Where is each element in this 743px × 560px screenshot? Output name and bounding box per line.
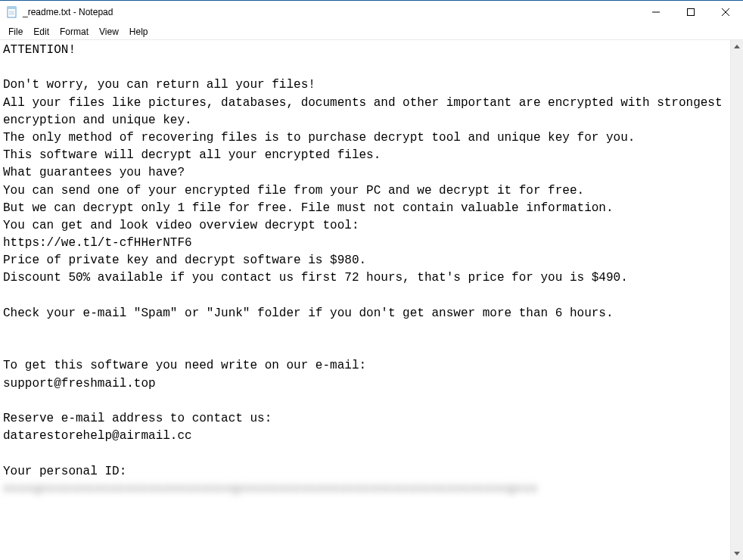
vertical-scrollbar[interactable] bbox=[730, 40, 743, 560]
scroll-up-arrow[interactable] bbox=[731, 40, 743, 53]
text-line: https://we.tl/t-cfHHerNTF6 bbox=[3, 236, 192, 250]
menu-format[interactable]: Format bbox=[54, 25, 94, 39]
scroll-down-arrow[interactable] bbox=[731, 547, 743, 560]
menu-edit[interactable]: Edit bbox=[28, 25, 54, 39]
text-line: ATTENTION! bbox=[3, 43, 76, 57]
close-button[interactable] bbox=[708, 1, 743, 23]
text-line: You can get and look video overview decr… bbox=[3, 219, 359, 232]
titlebar: _readme.txt - Notepad bbox=[0, 1, 743, 23]
text-line: Your personal ID: bbox=[3, 465, 126, 478]
text-line: Reserve e-mail address to contact us: bbox=[3, 412, 272, 425]
window-controls bbox=[639, 1, 743, 23]
svg-rect-1 bbox=[8, 7, 16, 9]
text-line: This software will decrypt all your encr… bbox=[3, 148, 381, 162]
maximize-button[interactable] bbox=[673, 1, 708, 23]
text-line: You can send one of your encrypted file … bbox=[3, 184, 584, 198]
text-line: Price of private key and decrypt softwar… bbox=[3, 254, 366, 267]
text-line: The only method of recovering files is t… bbox=[3, 131, 635, 145]
menu-view[interactable]: View bbox=[94, 25, 124, 39]
text-line: To get this software you need write on o… bbox=[3, 359, 366, 372]
text-line: But we can decrypt only 1 file for free.… bbox=[3, 201, 614, 215]
menu-help[interactable]: Help bbox=[124, 25, 154, 39]
window-title: _readme.txt - Notepad bbox=[23, 7, 113, 17]
content-wrapper: ATTENTION! Don't worry, you can return a… bbox=[0, 40, 743, 560]
text-line: support@freshmail.top bbox=[3, 377, 156, 390]
personal-id-blurred: xxxxgxxxxxxxxxxxxxxxxxxxxxxxxxgxxxxxxxxx… bbox=[3, 481, 538, 498]
scroll-track[interactable] bbox=[731, 53, 743, 547]
menubar: File Edit Format View Help bbox=[0, 23, 743, 40]
minimize-button[interactable] bbox=[639, 1, 673, 23]
svg-rect-6 bbox=[688, 9, 695, 16]
text-line: Check your e-mail "Spam" or "Junk" folde… bbox=[3, 306, 614, 320]
text-line: Don't worry, you can return all your fil… bbox=[3, 78, 316, 92]
text-line: What guarantees you have? bbox=[3, 166, 185, 179]
text-area[interactable]: ATTENTION! Don't worry, you can return a… bbox=[0, 40, 730, 560]
menu-file[interactable]: File bbox=[3, 25, 28, 39]
text-line: Discount 50% available if you contact us… bbox=[3, 271, 628, 285]
text-line: All your files like pictures, databases,… bbox=[3, 96, 729, 127]
text-line: datarestorehelp@airmail.cc bbox=[3, 429, 192, 443]
notepad-icon bbox=[6, 6, 18, 18]
